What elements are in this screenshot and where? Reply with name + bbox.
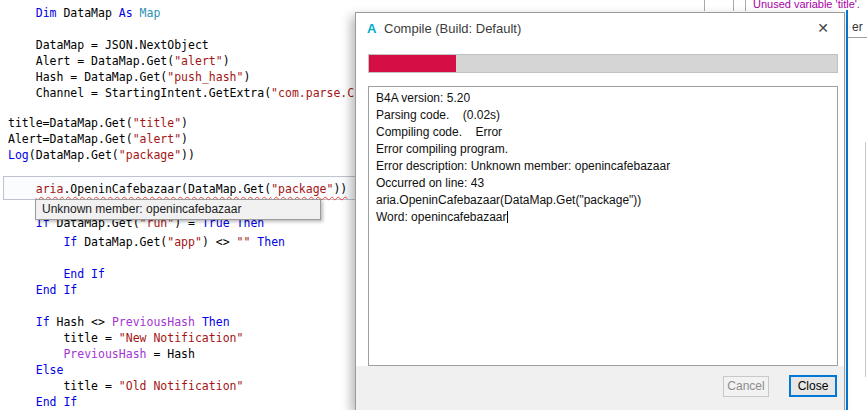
cancel-button[interactable]: Cancel bbox=[723, 376, 769, 397]
code-line: Alert=DataMap.Get("alert") bbox=[8, 131, 188, 147]
dialog-footer: Cancel Close bbox=[356, 366, 844, 410]
error-tooltip: Unknown member: openincafebazaar bbox=[35, 199, 321, 220]
code-line: Hash = DataMap.Get("push_hash") bbox=[8, 69, 250, 85]
right-panel-scroll-edge bbox=[865, 142, 866, 377]
warning-message: Unused variable 'title'. bbox=[753, 0, 860, 10]
log-line: Compiling code. Error bbox=[376, 124, 830, 141]
log-line: B4A version: 5.20 bbox=[376, 90, 830, 107]
close-button[interactable]: Close bbox=[789, 375, 837, 397]
close-icon[interactable]: ✕ bbox=[814, 19, 832, 37]
log-line: Error description: Unknown member: openi… bbox=[376, 158, 830, 175]
grid-divider bbox=[745, 0, 746, 11]
code-line: PreviousHash = Hash bbox=[8, 346, 195, 362]
code-line: Channel = StartingIntent.GetExtra("com.p… bbox=[8, 85, 354, 101]
code-line: title = "Old Notification" bbox=[8, 378, 243, 394]
code-line: aria.OpeninCafebazaar(DataMap.Get("packa… bbox=[8, 181, 347, 197]
code-line: If Hash <> PreviousHash Then bbox=[8, 314, 230, 330]
grid-divider bbox=[704, 0, 705, 11]
compile-log-textbox[interactable]: B4A version: 5.20Parsing code. (0.02s)Co… bbox=[368, 86, 838, 366]
log-line: aria.OpeninCafebazaar(DataMap.Get("packa… bbox=[376, 192, 830, 209]
code-line: Else bbox=[8, 362, 63, 378]
compile-progress-bar bbox=[368, 54, 838, 73]
dialog-titlebar[interactable]: A Compile (Build: Default) ✕ bbox=[356, 13, 844, 43]
right-panel: er bbox=[848, 12, 867, 410]
code-line: Dim DataMap As Map bbox=[8, 5, 160, 21]
log-line: Occurred on line: 43 bbox=[376, 175, 830, 192]
code-line: title = "New Notification" bbox=[8, 330, 243, 346]
log-line: Word: openincafebazaar bbox=[376, 209, 830, 226]
log-line: Parsing code. (0.02s) bbox=[376, 107, 830, 124]
grid-divider bbox=[733, 0, 734, 11]
code-line: title=DataMap.Get("title") bbox=[8, 115, 188, 131]
compile-dialog: A Compile (Build: Default) ✕ B4A version… bbox=[355, 12, 845, 410]
code-line: End If bbox=[8, 266, 105, 282]
dialog-title: Compile (Build: Default) bbox=[384, 21, 521, 36]
log-line: Error compiling program. bbox=[376, 141, 830, 158]
code-line: End If bbox=[8, 282, 77, 298]
code-line: If DataMap.Get("app") <> "" Then bbox=[8, 234, 285, 250]
right-panel-divider bbox=[848, 37, 867, 38]
code-line: Log(DataMap.Get("package")) bbox=[8, 147, 195, 163]
code-line: End If bbox=[8, 394, 77, 410]
text-caret bbox=[507, 211, 508, 223]
right-panel-border bbox=[846, 10, 848, 410]
progress-fill bbox=[369, 55, 456, 72]
code-line: Alert = DataMap.Get("alert") bbox=[8, 53, 230, 69]
right-panel-text-fragment: er bbox=[852, 20, 863, 34]
b4a-logo-icon: A bbox=[367, 21, 376, 36]
warnings-strip: Unused variable 'title'. bbox=[690, 0, 867, 12]
code-line: DataMap = JSON.NextObject bbox=[8, 37, 209, 53]
